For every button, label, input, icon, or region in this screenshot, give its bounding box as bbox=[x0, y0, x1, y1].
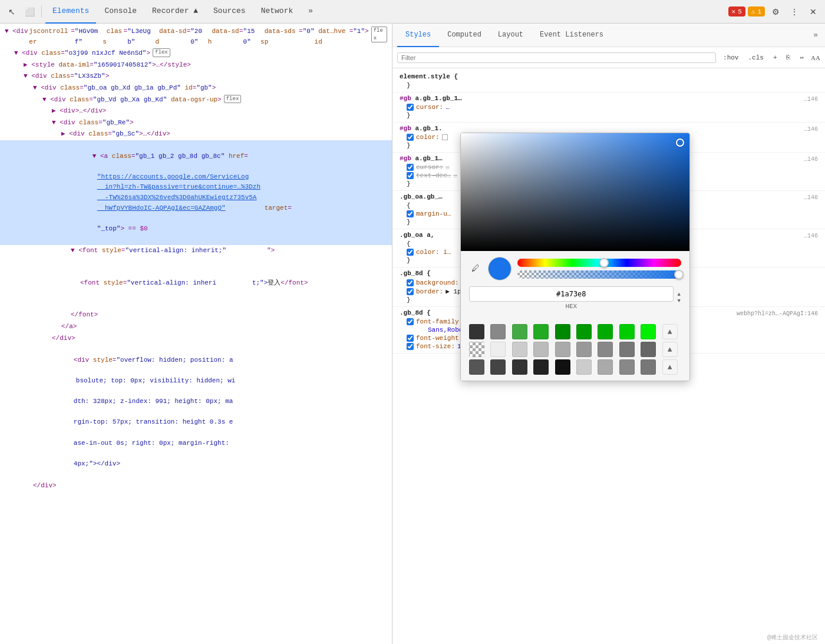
html-line[interactable]: </a> bbox=[0, 321, 392, 333]
tab-network[interactable]: Network bbox=[254, 0, 301, 24]
swatch[interactable] bbox=[598, 324, 613, 339]
html-line-selected[interactable]: ▼ <a class="gb_1 gb_2 gb_8d gb_8c" href=… bbox=[0, 140, 392, 245]
swatch[interactable] bbox=[555, 359, 570, 375]
html-line[interactable]: ▶ <style data-iml="1659017405812">…</sty… bbox=[0, 60, 392, 71]
html-line[interactable]: ▼ <div class="gb_Re"> bbox=[0, 117, 392, 129]
hue-thumb[interactable] bbox=[599, 258, 609, 267]
html-line[interactable]: ▼ <div class="LX3sZb"> bbox=[0, 71, 392, 82]
tab-styles[interactable]: Styles bbox=[397, 24, 439, 47]
html-line[interactable]: </div> bbox=[0, 333, 392, 345]
warning-badge[interactable]: ⚠ 1 bbox=[748, 6, 765, 16]
style-checkbox[interactable] bbox=[407, 164, 414, 171]
style-checkbox[interactable] bbox=[407, 335, 414, 342]
swatch[interactable] bbox=[555, 342, 570, 357]
html-line[interactable]: </div> bbox=[0, 480, 392, 492]
swatch-transparent[interactable] bbox=[469, 342, 484, 357]
swatch[interactable] bbox=[490, 324, 506, 339]
tab-console[interactable]: Console bbox=[97, 0, 144, 24]
copy-icon-btn[interactable]: ⎘ bbox=[784, 53, 793, 62]
html-line[interactable]: ▶ <div class="gb_Sc">…</div> bbox=[0, 128, 392, 140]
style-checkbox[interactable] bbox=[407, 172, 414, 179]
style-selector: element.style { bbox=[400, 73, 458, 80]
swatch[interactable] bbox=[490, 342, 506, 357]
style-selector: #gb a.gb_1… bbox=[400, 155, 443, 162]
cls-filter-btn[interactable]: .cls bbox=[745, 53, 765, 62]
hue-slider[interactable] bbox=[517, 259, 681, 267]
html-line[interactable]: ▼ <div class="gb_oa gb_Xd gb_1a gb_Pd" i… bbox=[0, 82, 392, 94]
html-line[interactable]: <font style="vertical-align: inheri t;">… bbox=[0, 278, 392, 310]
html-line[interactable]: </font> bbox=[0, 309, 392, 321]
swatch[interactable] bbox=[576, 359, 592, 375]
html-line[interactable]: ▼ <div class="o3j99 n1xJcf Ne6nSd">flex bbox=[0, 48, 392, 60]
devtools-toolbar: ↖ ⬜ Elements Console Recorder ▲ Sources … bbox=[0, 0, 825, 24]
more-options-icon-btn[interactable]: ⋮ bbox=[786, 4, 803, 20]
elements-content[interactable]: ▼ <div jscontroller="HGv0mf" class="L3eU… bbox=[0, 24, 392, 644]
add-style-btn[interactable]: + bbox=[771, 53, 780, 62]
color-swatch[interactable] bbox=[442, 134, 448, 140]
alpha-slider[interactable] bbox=[517, 270, 681, 279]
swatches-more-btn[interactable]: ▲ bbox=[662, 359, 678, 375]
swatch[interactable] bbox=[576, 324, 592, 339]
color-format-arrows[interactable]: ▲ ▼ bbox=[677, 292, 681, 305]
swatch[interactable] bbox=[555, 324, 570, 339]
tab-layout[interactable]: Layout bbox=[490, 24, 532, 47]
swatch[interactable] bbox=[490, 359, 506, 375]
style-checkbox[interactable] bbox=[407, 134, 414, 141]
style-checkbox[interactable] bbox=[407, 343, 414, 350]
expand-panel-btn[interactable]: ⇔ bbox=[797, 52, 806, 62]
eyedropper-icon-btn[interactable]: 🖊 bbox=[469, 262, 482, 276]
tab-more[interactable]: » bbox=[301, 0, 320, 24]
html-line[interactable]: ▶ <div>…</div> bbox=[0, 105, 392, 117]
swatch[interactable] bbox=[469, 324, 484, 339]
swatch[interactable] bbox=[533, 342, 549, 357]
swatch[interactable] bbox=[512, 359, 527, 375]
swatch[interactable] bbox=[641, 324, 656, 339]
tab-sources[interactable]: Sources bbox=[206, 0, 253, 24]
swatches-more-btn[interactable]: ▲ bbox=[662, 342, 678, 357]
style-checkbox[interactable] bbox=[407, 210, 414, 217]
tab-recorder[interactable]: Recorder ▲ bbox=[145, 0, 205, 24]
swatch[interactable] bbox=[469, 359, 484, 375]
swatch[interactable] bbox=[598, 342, 613, 357]
cursor-icon-btn[interactable]: ↖ bbox=[4, 4, 20, 20]
error-badge[interactable]: ✕ 5 bbox=[728, 6, 745, 16]
html-line[interactable]: <div style="overflow: hidden; position: … bbox=[0, 344, 392, 480]
style-selector: #gb a.gb_1. bbox=[400, 125, 443, 132]
swatch[interactable] bbox=[512, 324, 527, 339]
style-checkbox[interactable] bbox=[407, 279, 414, 286]
style-rule-element: element.style { } bbox=[392, 71, 825, 93]
hex-input[interactable] bbox=[469, 286, 674, 302]
swatches-more-btn[interactable]: ▲ bbox=[662, 324, 678, 339]
swatch[interactable] bbox=[641, 359, 656, 375]
swatch[interactable] bbox=[641, 342, 656, 357]
swatch[interactable] bbox=[619, 359, 635, 375]
style-checkbox[interactable] bbox=[407, 318, 414, 325]
swatch[interactable] bbox=[576, 342, 592, 357]
settings-icon-btn[interactable]: ⚙ bbox=[767, 4, 784, 20]
tab-event-listeners[interactable]: Event Listeners bbox=[532, 24, 612, 47]
style-checkbox[interactable] bbox=[407, 288, 414, 295]
swatch[interactable] bbox=[619, 342, 635, 357]
swatch[interactable] bbox=[598, 359, 613, 375]
html-line[interactable]: ▼ <font style="vertical-align: inherit;"… bbox=[0, 245, 392, 278]
style-checkbox[interactable] bbox=[407, 104, 414, 111]
filter-input[interactable] bbox=[397, 52, 716, 63]
html-line[interactable]: ▼ <div class="gb_Vd gb_Xa gb_Kd" data-og… bbox=[0, 94, 392, 106]
swatch[interactable] bbox=[512, 342, 527, 357]
color-picker-gradient[interactable] bbox=[461, 133, 689, 251]
alpha-thumb[interactable] bbox=[674, 270, 684, 279]
swatch[interactable] bbox=[533, 324, 549, 339]
inspect-icon-btn[interactable]: ⬜ bbox=[21, 4, 38, 20]
swatch[interactable] bbox=[619, 324, 635, 339]
close-icon-btn[interactable]: ✕ bbox=[805, 4, 821, 20]
html-line[interactable]: ▼ <div jscontroller="HGv0mf" class="L3eU… bbox=[0, 26, 392, 48]
color-picker-cursor[interactable] bbox=[676, 138, 684, 147]
aa-badge: AA bbox=[811, 54, 820, 61]
style-line: cursor: … bbox=[400, 103, 818, 111]
swatch[interactable] bbox=[533, 359, 549, 375]
hov-filter-btn[interactable]: :hov bbox=[721, 53, 741, 62]
styles-tabs-more[interactable]: » bbox=[811, 28, 820, 42]
style-checkbox[interactable] bbox=[407, 249, 414, 256]
tab-computed[interactable]: Computed bbox=[439, 24, 490, 47]
tab-elements[interactable]: Elements bbox=[45, 0, 96, 24]
